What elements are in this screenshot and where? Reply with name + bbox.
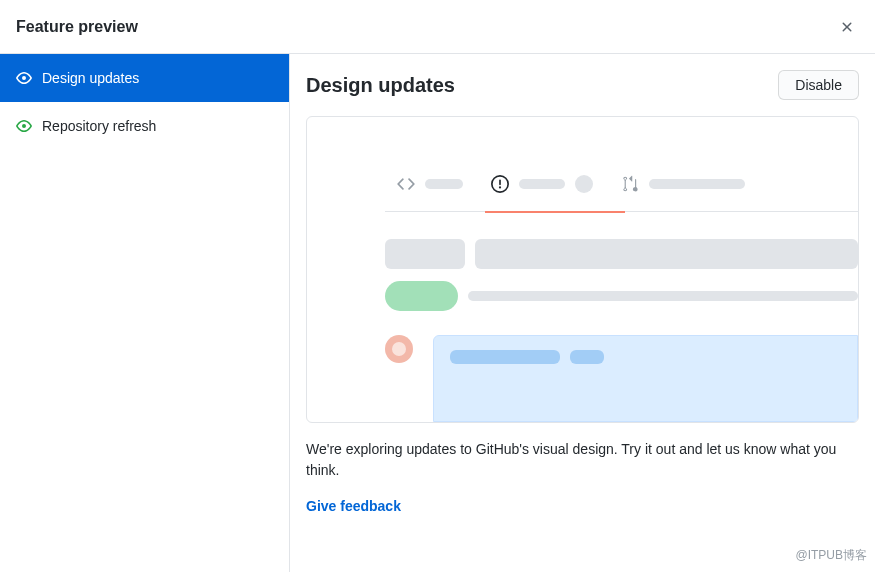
eye-icon (16, 118, 32, 134)
watermark: @ITPUB博客 (795, 547, 867, 564)
content-title: Design updates (306, 74, 455, 97)
content-header: Design updates Disable (306, 70, 859, 100)
disable-button[interactable]: Disable (778, 70, 859, 100)
close-icon (839, 19, 855, 35)
dialog-body: Design updates Repository refresh Design… (0, 54, 875, 572)
pull-request-icon (621, 175, 639, 193)
dialog-header: Feature preview (0, 0, 875, 54)
avatar-icon (385, 335, 413, 363)
sidebar: Design updates Repository refresh (0, 54, 290, 572)
illustration-row-3 (385, 281, 858, 311)
illustration-row-2 (385, 239, 858, 269)
illustration-row-4 (385, 335, 858, 422)
issue-icon (491, 175, 509, 193)
sidebar-item-label: Repository refresh (42, 118, 156, 134)
feature-description: We're exploring updates to GitHub's visu… (306, 439, 859, 481)
eye-icon (16, 70, 32, 86)
close-button[interactable] (835, 15, 859, 39)
give-feedback-link[interactable]: Give feedback (306, 498, 401, 514)
dialog-title: Feature preview (16, 18, 138, 36)
code-icon (397, 175, 415, 193)
preview-illustration (306, 116, 859, 423)
sidebar-item-design-updates[interactable]: Design updates (0, 54, 289, 102)
content-panel: Design updates Disable (290, 54, 875, 572)
sidebar-item-repository-refresh[interactable]: Repository refresh (0, 102, 289, 150)
sidebar-item-label: Design updates (42, 70, 139, 86)
illustration-tabs (397, 175, 858, 203)
